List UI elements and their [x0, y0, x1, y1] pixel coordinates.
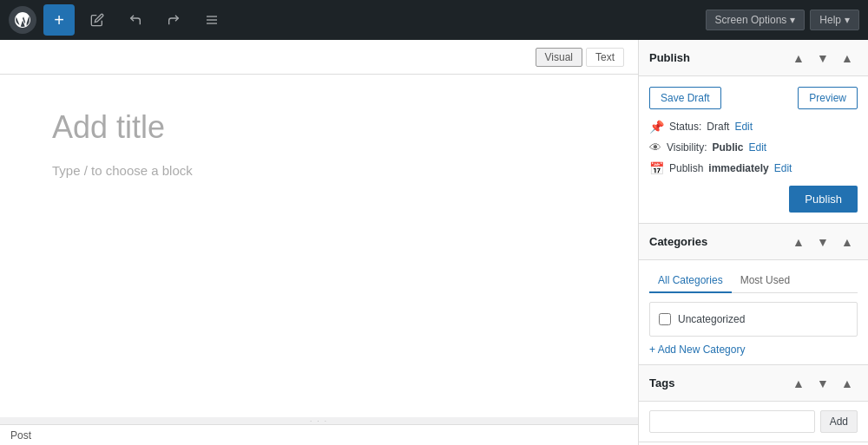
publish-panel-body: Save Draft Preview 📌 Status: Draft Edit …: [639, 76, 868, 223]
publish-panel-close-button[interactable]: ▲: [837, 48, 858, 69]
publish-when-icon: 📅: [649, 161, 664, 175]
status-row: 📌 Status: Draft Edit: [649, 120, 858, 134]
tags-close-button[interactable]: ▲: [837, 373, 858, 394]
status-label: Status:: [669, 121, 701, 133]
editor-canvas: Type / to choose a block: [0, 75, 638, 417]
preview-button[interactable]: Preview: [798, 87, 858, 109]
undo-button[interactable]: [120, 4, 151, 36]
help-button[interactable]: Help ▾: [810, 10, 859, 30]
publish-when-label: Publish: [669, 162, 703, 174]
publish-panel: Publish ▲ ▼ ▲ Save Draft Preview 📌 Statu…: [639, 40, 868, 224]
publish-button[interactable]: Publish: [789, 186, 858, 213]
save-draft-button[interactable]: Save Draft: [649, 87, 721, 109]
editor-area: Visual Text Type / to choose a block · ·…: [0, 40, 638, 445]
publish-panel-controls: ▲ ▼ ▲: [788, 48, 858, 69]
publish-when-value: immediately: [708, 162, 768, 174]
add-block-button[interactable]: +: [43, 4, 75, 36]
screen-options-button[interactable]: Screen Options ▾: [706, 10, 806, 30]
publish-panel-header: Publish ▲ ▼ ▲: [639, 40, 868, 76]
status-edit-link[interactable]: Edit: [734, 121, 753, 133]
visibility-row: 👁 Visibility: Public Edit: [649, 141, 858, 154]
help-label: Help: [819, 14, 841, 26]
publish-actions-row: Save Draft Preview: [649, 87, 858, 109]
categories-panel-header: Categories ▲ ▼ ▲: [639, 224, 868, 260]
title-input[interactable]: [52, 109, 586, 146]
redo-button[interactable]: [158, 4, 189, 36]
main-content: Visual Text Type / to choose a block · ·…: [0, 40, 868, 445]
visibility-value: Public: [712, 141, 743, 154]
tags-body: Add: [639, 402, 868, 442]
publish-panel-collapse-up-button[interactable]: ▲: [788, 48, 809, 69]
top-bar: + Screen Options ▾: [0, 0, 868, 40]
publish-when-row: 📅 Publish immediately Edit: [649, 161, 858, 175]
screen-options-label: Screen Options: [715, 14, 787, 26]
tags-panel-controls: ▲ ▼ ▲: [788, 373, 858, 394]
visibility-label: Visibility:: [667, 141, 707, 154]
publish-panel-collapse-down-button[interactable]: ▼: [812, 48, 833, 69]
post-status-label: Post: [10, 429, 31, 442]
category-checkbox-uncategorized[interactable]: [659, 313, 671, 325]
resize-handle[interactable]: · · ·: [0, 417, 638, 424]
tags-collapse-down-button[interactable]: ▼: [812, 373, 833, 394]
categories-close-button[interactable]: ▲: [837, 232, 858, 252]
status-icon: 📌: [649, 120, 664, 134]
publish-when-edit-link[interactable]: Edit: [774, 162, 792, 174]
tags-add-button[interactable]: Add: [820, 410, 858, 433]
categories-collapse-up-button[interactable]: ▲: [788, 232, 809, 252]
categories-body: All Categories Most Used Uncategorized +…: [639, 260, 868, 364]
editor-toolbar: Visual Text: [0, 40, 638, 75]
text-tab[interactable]: Text: [586, 48, 624, 67]
tags-panel-header: Tags ▲ ▼ ▲: [639, 365, 868, 402]
category-item-uncategorized[interactable]: Uncategorized: [657, 310, 850, 329]
most-used-tab[interactable]: Most Used: [732, 269, 799, 293]
category-label-uncategorized: Uncategorized: [678, 313, 745, 325]
all-categories-tab[interactable]: All Categories: [649, 269, 732, 293]
tags-panel-title: Tags: [649, 376, 674, 389]
top-bar-right: Screen Options ▾ Help ▾: [706, 10, 859, 30]
categories-tabs: All Categories Most Used: [649, 269, 858, 293]
add-new-category-link[interactable]: + Add New Category: [649, 344, 745, 356]
top-bar-left: +: [9, 4, 227, 36]
visibility-edit-link[interactable]: Edit: [748, 141, 766, 154]
publish-panel-title: Publish: [649, 51, 690, 64]
categories-panel: Categories ▲ ▼ ▲ All Categories Most Use…: [639, 224, 868, 365]
publish-btn-row: Publish: [649, 186, 858, 213]
wordpress-logo[interactable]: [9, 6, 36, 34]
visibility-icon: 👁: [649, 141, 661, 154]
categories-panel-title: Categories: [649, 235, 707, 248]
help-chevron-icon: ▾: [845, 14, 850, 26]
status-value: Draft: [707, 121, 729, 133]
visual-tab[interactable]: Visual: [536, 48, 582, 67]
block-placeholder[interactable]: Type / to choose a block: [52, 163, 586, 178]
tags-panel: Tags ▲ ▼ ▲ Add: [639, 365, 868, 442]
sidebar: Publish ▲ ▼ ▲ Save Draft Preview 📌 Statu…: [638, 40, 868, 445]
status-bar: Post: [0, 424, 638, 445]
categories-list: Uncategorized: [649, 302, 858, 337]
list-view-button[interactable]: [196, 4, 227, 36]
tags-collapse-up-button[interactable]: ▲: [788, 373, 809, 394]
categories-collapse-down-button[interactable]: ▼: [812, 232, 833, 252]
categories-panel-controls: ▲ ▼ ▲: [788, 232, 858, 252]
screen-options-chevron-icon: ▾: [790, 14, 795, 26]
edit-button[interactable]: [82, 4, 113, 36]
tags-input[interactable]: [649, 410, 815, 433]
